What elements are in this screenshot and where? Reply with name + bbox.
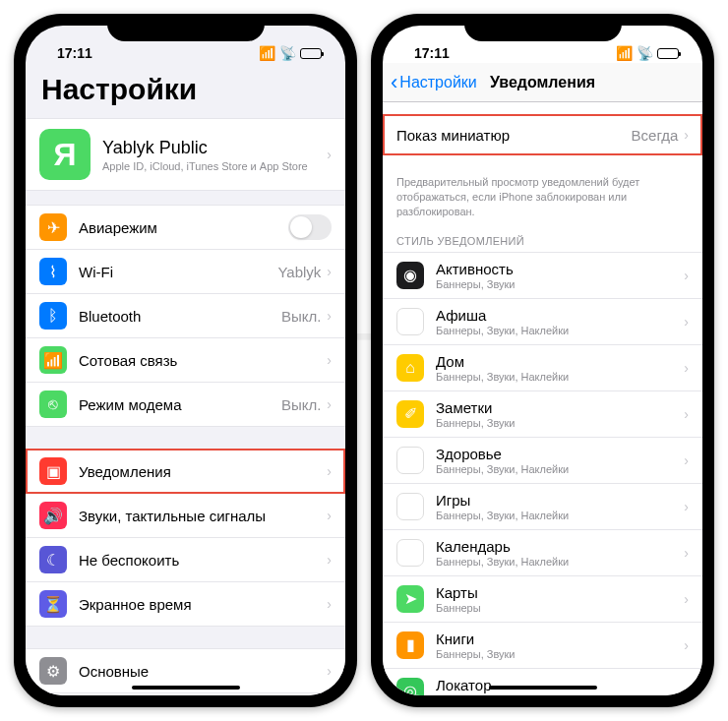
airplane-cell[interactable]: ✈︎ Авиарежим <box>26 205 345 250</box>
home-indicator[interactable] <box>489 686 597 690</box>
page-title: Настройки <box>26 63 345 118</box>
chevron-right-icon: › <box>327 396 332 412</box>
wifi-icon: 📡 <box>637 45 653 61</box>
screentime-cell[interactable]: ⏳ Экранное время › <box>26 582 345 627</box>
app-sublabel: Баннеры, Звуки <box>436 417 684 429</box>
home-indicator[interactable] <box>132 686 240 690</box>
signal-icon: 📶 <box>616 45 633 61</box>
app-icon: ◎ <box>396 678 424 695</box>
app-sublabel: Баннеры, Звуки <box>436 648 684 660</box>
battery-icon <box>657 48 679 59</box>
app-sublabel: Баннеры, Звуки, Наклейки <box>436 556 684 568</box>
wifi-value: Yablyk <box>277 264 321 280</box>
back-button[interactable]: ‹ Настройки <box>391 70 477 95</box>
app-sublabel: Баннеры, Звуки, Наклейки <box>436 463 684 475</box>
app-cell[interactable]: ⌂ Дом Баннеры, Звуки, Наклейки › <box>383 345 702 391</box>
app-cell[interactable]: А Афиша Баннеры, Звуки, Наклейки › <box>383 299 702 345</box>
airplane-icon: ✈︎ <box>39 213 67 241</box>
chevron-right-icon: › <box>327 663 332 679</box>
signal-icon: 📶 <box>259 45 275 61</box>
preview-value: Всегда <box>632 127 679 144</box>
app-sublabel: Баннеры, Звуки <box>436 278 684 290</box>
status-time: 17:11 <box>406 45 450 61</box>
sounds-label: Звуки, тактильные сигналы <box>79 508 327 524</box>
app-cell[interactable]: ✐ Заметки Баннеры, Звуки › <box>383 391 702 438</box>
cellular-icon: 📶 <box>39 346 67 374</box>
app-icon: ♥ <box>396 447 424 474</box>
chevron-right-icon: › <box>684 452 689 468</box>
preview-label: Показ миниатюр <box>396 127 632 144</box>
cellular-cell[interactable]: 📶 Сотовая связь › <box>26 338 345 383</box>
app-cell[interactable]: ♥ Здоровье Баннеры, Звуки, Наклейки › <box>383 438 702 484</box>
bluetooth-value: Выкл. <box>281 308 321 325</box>
notifications-icon: ▣ <box>39 457 67 485</box>
app-icon: ➤ <box>396 585 424 613</box>
wifi-label: Wi-Fi <box>79 264 277 280</box>
nav-bar: ‹ Настройки Уведомления <box>383 63 702 102</box>
app-icon: ⌂ <box>396 354 424 382</box>
phone-left: 17:11 📶 📡 Настройки Я Yablyk Public Appl… <box>14 14 357 707</box>
app-icon: А <box>396 308 424 335</box>
app-name: Здоровье <box>436 446 684 462</box>
control-center-cell[interactable]: ⌘ Пункт управления › <box>26 693 345 695</box>
phone-right: 17:11 📶 📡 ‹ Настройки Уведомления Показ … <box>371 14 714 707</box>
wifi-icon: 📡 <box>279 45 296 61</box>
bluetooth-icon: ᛒ <box>39 302 67 330</box>
chevron-right-icon: › <box>684 499 689 514</box>
app-cell[interactable]: ⎔ Игры Баннеры, Звуки, Наклейки › <box>383 484 702 530</box>
app-cell[interactable]: ▮ Книги Баннеры, Звуки › <box>383 623 702 669</box>
hotspot-cell[interactable]: ⎋ Режим модема Выкл. › <box>26 383 345 427</box>
screentime-label: Экранное время <box>79 596 327 613</box>
chevron-right-icon: › <box>327 508 332 523</box>
profile-cell[interactable]: Я Yablyk Public Apple ID, iCloud, iTunes… <box>26 118 345 191</box>
dnd-icon: ☾ <box>39 546 67 573</box>
app-name: Карты <box>436 584 684 601</box>
app-cell[interactable]: ◎ Локатор Баннеры, Звуки, Наклейки › <box>383 669 702 695</box>
bluetooth-label: Bluetooth <box>79 308 281 325</box>
back-label: Настройки <box>399 74 476 91</box>
app-sublabel: Баннеры <box>436 602 684 614</box>
wifi-cell[interactable]: ⌇ Wi-Fi Yablyk › <box>26 250 345 294</box>
chevron-right-icon: › <box>684 406 689 422</box>
bluetooth-cell[interactable]: ᛒ Bluetooth Выкл. › <box>26 294 345 338</box>
app-cell[interactable]: ➤ Карты Баннеры › <box>383 576 702 623</box>
app-name: Заметки <box>436 399 684 416</box>
chevron-left-icon: ‹ <box>391 70 397 95</box>
preview-cell[interactable]: Показ миниатюр Всегда › <box>383 114 702 155</box>
nav-title: Уведомления <box>490 74 595 91</box>
cellular-label: Сотовая связь <box>79 352 327 369</box>
profile-avatar: Я <box>39 129 91 180</box>
app-icon: ◉ <box>396 262 424 289</box>
general-label: Основные <box>79 663 327 680</box>
app-name: Афиша <box>436 307 684 324</box>
chevron-right-icon: › <box>327 596 332 612</box>
airplane-label: Авиарежим <box>79 219 288 236</box>
wifi-icon: ⌇ <box>39 258 67 285</box>
chevron-right-icon: › <box>684 314 689 330</box>
app-name: Календарь <box>436 538 684 555</box>
notifications-cell[interactable]: ▣ Уведомления › <box>26 449 345 494</box>
app-sublabel: Баннеры, Звуки, Наклейки <box>436 694 684 695</box>
style-section-header: СТИЛЬ УВЕДОМЛЕНИЙ <box>383 229 702 252</box>
hotspot-value: Выкл. <box>281 396 321 413</box>
dnd-label: Не беспокоить <box>79 552 327 569</box>
chevron-right-icon: › <box>327 147 332 162</box>
chevron-right-icon: › <box>684 637 689 653</box>
app-cell[interactable]: ◉ Активность Баннеры, Звуки › <box>383 252 702 299</box>
chevron-right-icon: › <box>327 552 332 568</box>
app-sublabel: Баннеры, Звуки, Наклейки <box>436 371 684 383</box>
chevron-right-icon: › <box>684 360 689 376</box>
chevron-right-icon: › <box>327 352 332 368</box>
chevron-right-icon: › <box>684 684 689 695</box>
chevron-right-icon: › <box>684 268 689 283</box>
app-name: Книги <box>436 631 684 647</box>
app-sublabel: Баннеры, Звуки, Наклейки <box>436 325 684 336</box>
battery-icon <box>300 48 322 59</box>
sounds-cell[interactable]: 🔊 Звуки, тактильные сигналы › <box>26 494 345 538</box>
preview-footer: Предварительный просмотр уведомлений буд… <box>383 169 702 229</box>
dnd-cell[interactable]: ☾ Не беспокоить › <box>26 538 345 582</box>
app-cell[interactable]: ▦ Календарь Баннеры, Звуки, Наклейки › <box>383 530 702 576</box>
airplane-switch[interactable] <box>288 214 332 240</box>
notch <box>107 14 265 41</box>
sounds-icon: 🔊 <box>39 502 67 529</box>
